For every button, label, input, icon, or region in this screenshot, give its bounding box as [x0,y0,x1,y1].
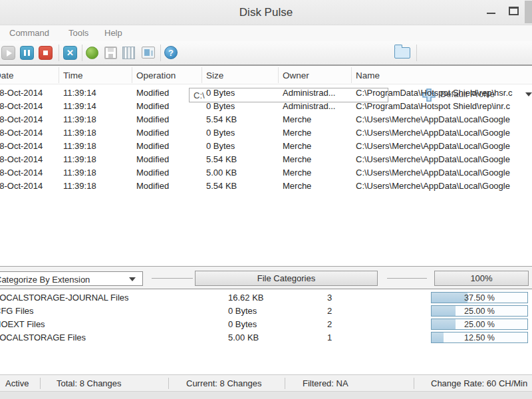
maximize-icon [509,7,519,15]
column-header-operation[interactable]: Operation [136,70,176,80]
help-icon[interactable]: ? [164,46,178,59]
cell-date: 28-Oct-2014 [0,181,43,191]
cell-name: C:\ProgramData\Hotspot Shield\rep\hsr.c [356,88,513,98]
cell-owner: Merche [283,141,311,151]
category-name: LOCALSTORAGE Files [0,332,86,342]
cell-date: 28-Oct-2014 [0,141,43,151]
cell-operation: Modified [136,168,169,178]
chevron-down-icon [129,277,136,281]
cell-size: 5.54 KB [206,154,237,164]
cell-date: 28-Oct-2014 [0,88,43,98]
column-header-date[interactable]: Date [0,70,14,80]
cell-owner: Merche [283,181,311,191]
title-bar: Disk Pulse [0,0,532,25]
category-name: NOEXT Files [0,319,45,329]
category-row[interactable]: LOCALSTORAGE-JOURNAL Files 16.62 KB 3 37… [0,291,532,305]
categorize-mode-dropdown[interactable]: Categorize By Extension [0,271,143,286]
stop-monitor-button[interactable] [39,46,53,60]
toolbar-separator [160,45,161,61]
percent-label: 37.50 % [432,293,527,303]
menu-command[interactable]: Command [9,28,49,38]
cell-time: 11:39:18 [63,181,96,191]
clear-x-icon: ✕ [64,47,76,59]
cell-time: 11:39:18 [63,154,96,164]
database-icon[interactable] [86,47,98,59]
category-count: 1 [327,332,332,342]
maximize-button[interactable] [505,5,523,20]
file-categories-header-button[interactable]: File Categories [195,271,378,286]
grid-view-icon[interactable] [122,47,135,59]
percent-bar: 25.00 % [431,319,528,330]
percent-bar: 12.50 % [431,332,528,343]
cell-name: C:\Users\Merche\AppData\Local\Google [356,181,510,191]
cell-time: 11:39:18 [63,141,96,151]
cell-date: 28-Oct-2014 [0,154,43,164]
status-current: Current: 8 Changes [186,378,261,388]
table-row[interactable]: 28-Oct-2014 11:39:14 Modified 0 Bytes Ad… [0,100,532,113]
column-header-size[interactable]: Size [206,70,223,80]
category-count: 2 [327,306,332,316]
category-size: 16.62 KB [228,293,264,303]
category-size: 5.00 KB [228,332,259,342]
percent-label: 25.00 % [432,307,527,316]
toolbar-separator [82,45,82,61]
cell-operation: Modified [136,101,169,111]
clear-button[interactable]: ✕ [63,46,77,60]
status-total: Total: 8 Changes [57,378,122,388]
percent-header-button[interactable]: 100% [434,271,529,286]
column-header-name[interactable]: Name [356,70,380,80]
cell-size: 0 Bytes [206,101,235,111]
status-filtered: Filtered: NA [303,378,348,388]
table-row[interactable]: 28-Oct-2014 11:39:18 Modified 5.54 KB Me… [0,113,532,126]
category-row[interactable]: NOEXT Files 0 Bytes 2 25.00 % [0,318,532,331]
category-row[interactable]: LOCALSTORAGE Files 5.00 KB 1 12.50 % [0,331,532,344]
status-rate: Change Rate: 60 CH/Min [431,378,527,388]
cell-owner: Merche [283,154,311,164]
pause-icon [24,50,26,56]
category-name: LOCALSTORAGE-JOURNAL Files [0,293,129,303]
cell-date: 28-Oct-2014 [0,128,43,138]
cell-name: C:\Users\Merche\AppData\Local\Google [356,114,510,124]
toolbar-separator [416,45,417,61]
table-row[interactable]: 28-Oct-2014 11:39:18 Modified 5.54 KB Me… [0,180,532,193]
table-row[interactable]: 28-Oct-2014 11:39:18 Modified 0 Bytes Me… [0,126,532,140]
cell-size: 5.00 KB [206,168,237,178]
cell-time: 11:39:14 [63,101,96,111]
browse-folder-icon[interactable] [394,47,410,59]
menu-tools[interactable]: Tools [68,28,88,38]
cell-owner: Administrad... [283,88,335,98]
cell-name: C:\Users\Merche\AppData\Local\Google [356,141,510,151]
cell-size: 0 Bytes [206,141,235,151]
table-row[interactable]: 28-Oct-2014 11:39:14 Modified 0 Bytes Ad… [0,86,532,100]
cell-date: 28-Oct-2014 [0,101,43,111]
minimize-button[interactable] [483,5,500,20]
save-icon[interactable] [104,47,117,59]
minimize-icon [487,13,495,14]
close-button[interactable] [525,1,532,23]
category-count: 2 [327,319,332,329]
category-size: 0 Bytes [228,319,257,329]
report-icon[interactable] [142,47,155,59]
menu-help[interactable]: Help [104,28,122,38]
table-row[interactable]: 28-Oct-2014 11:39:18 Modified 5.00 KB Me… [0,166,532,180]
cell-owner: Merche [283,128,311,138]
table-header: Date Time Operation Size Owner Name [0,66,532,84]
cell-date: 28-Oct-2014 [0,168,43,178]
toolbar: ✕ ? Default Profile [0,41,532,66]
status-bar: Active Total: 8 Changes Current: 8 Chang… [0,374,532,391]
cell-operation: Modified [136,88,169,98]
cell-size: 5.54 KB [206,181,237,191]
table-row[interactable]: 28-Oct-2014 11:39:18 Modified 0 Bytes Me… [0,140,532,153]
cell-name: C:\Users\Merche\AppData\Local\Google [356,168,510,178]
table-row[interactable]: 28-Oct-2014 11:39:18 Modified 5.54 KB Me… [0,153,532,166]
cell-operation: Modified [136,154,169,164]
stop-icon [43,51,48,55]
category-row[interactable]: CFG Files 0 Bytes 2 25.00 % [0,305,532,318]
category-count: 3 [327,293,332,303]
pause-monitor-button[interactable] [20,46,34,60]
column-header-time[interactable]: Time [63,70,83,80]
start-monitor-button[interactable] [1,46,15,60]
toolbar-separator [59,45,59,61]
column-header-owner[interactable]: Owner [283,70,309,80]
percent-bar: 37.50 % [431,292,528,303]
